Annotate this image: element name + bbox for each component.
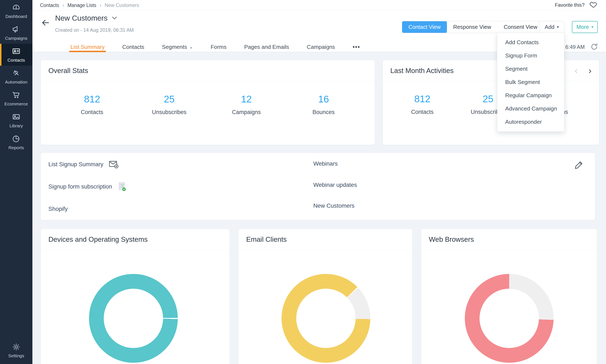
card-title: Devices and Operating Systems: [41, 229, 230, 250]
divider: [32, 11, 606, 11]
sidebar-item-library[interactable]: Library: [0, 109, 32, 131]
sidebar-item-settings[interactable]: Settings: [0, 340, 32, 361]
menu-item-advanced-campaign[interactable]: Advanced Campaign: [497, 102, 564, 115]
tab-segments[interactable]: Segments ⌄: [161, 42, 194, 52]
favorite-control[interactable]: Favorite this?: [555, 1, 597, 9]
tab-response-view[interactable]: Response View: [447, 21, 497, 33]
form-check-icon: [118, 182, 127, 192]
tab-label: Segments: [162, 42, 187, 52]
sidebar-item-label: Contacts: [8, 58, 25, 63]
item-label: List Signup Summary: [48, 161, 103, 168]
favorite-label[interactable]: Favorite this?: [555, 2, 584, 8]
email-clients-donut-chart: [282, 274, 370, 363]
tab-list-summary[interactable]: List Summary: [69, 42, 106, 52]
image-icon: [12, 112, 21, 121]
more-button[interactable]: More ▾: [572, 21, 598, 33]
tab-label: List Summary: [70, 42, 104, 52]
sidebar-item-ecommerce[interactable]: Ecommerce: [0, 88, 32, 109]
menu-item-autoresponder[interactable]: Autoresponder: [497, 115, 564, 129]
dashboard-gauge-icon: [12, 3, 21, 12]
menu-item-segment[interactable]: Segment: [497, 62, 564, 76]
tab-label: Contacts: [122, 42, 144, 52]
devices-os-card: Devices and Operating Systems: [41, 229, 230, 364]
signup-form-subscription-item[interactable]: Signup form subscription: [48, 182, 127, 191]
back-button[interactable]: [41, 18, 50, 27]
sidebar-item-dashboard[interactable]: Dashboard: [0, 0, 32, 22]
automation-icon: [12, 69, 21, 78]
web-browsers-card: Web Browsers: [421, 229, 597, 364]
caret-down-icon: ▾: [557, 25, 559, 29]
add-button[interactable]: Add ▾: [539, 21, 564, 33]
breadcrumb-separator: ›: [100, 2, 102, 8]
tab-label: Campaigns: [307, 42, 335, 52]
web-browsers-donut-chart: [465, 274, 554, 363]
stat-value: 12: [208, 93, 285, 105]
stat-bounces: 16 Bounces: [586, 93, 599, 115]
tab-consent-view[interactable]: Consent View: [497, 21, 544, 33]
breadcrumb-separator: ›: [63, 2, 64, 8]
item-label: New Customers: [313, 202, 355, 209]
stat-unsubscribes: 25 Unsubscribes: [131, 93, 208, 116]
list-signup-summary-item[interactable]: List Signup Summary: [48, 160, 119, 169]
mail-blocked-icon: [109, 160, 119, 169]
view-switcher: Contact View Response View Consent View: [402, 21, 544, 33]
menu-item-bulk-segment[interactable]: Bulk Segment: [497, 76, 564, 89]
chevron-down-icon[interactable]: [112, 16, 117, 20]
sidebar-item-label: Campaigns: [5, 36, 27, 41]
sidebar-item-automation[interactable]: Automation: [0, 66, 32, 88]
last-updated-time: 6:49 AM: [565, 44, 585, 50]
add-button-label: Add: [545, 24, 554, 30]
tabs-overflow-button[interactable]: •••: [351, 42, 361, 52]
sidebar-item-campaigns[interactable]: Campaigns: [0, 22, 32, 44]
stat-campaigns: 12 Campaigns: [208, 93, 285, 116]
title-block: New Customers Created on - 14 Aug 2019, …: [55, 14, 134, 33]
tab-contact-view[interactable]: Contact View: [402, 21, 447, 33]
breadcrumb-manage-lists[interactable]: Manage Lists: [67, 2, 96, 8]
sidebar-item-contacts[interactable]: Contacts: [0, 44, 32, 66]
stat-label: Bounces: [586, 109, 599, 115]
tab-pages-and-emails[interactable]: Pages and Emails: [243, 42, 290, 52]
breadcrumb-current: New Customers: [105, 2, 139, 8]
stat-value: 812: [53, 93, 131, 105]
list-item-webinars[interactable]: Webinars: [313, 159, 338, 168]
stat-contacts: 812 Contacts: [389, 93, 455, 115]
contact-card-icon: [12, 47, 21, 55]
last-month-activities-card: Last Month Activities ‹ › 812 Contacts 2…: [383, 60, 599, 145]
edit-pencil-icon[interactable]: [574, 160, 584, 170]
item-label: Signup form subscription: [48, 183, 112, 190]
created-on-label: Created on - 14 Aug 2019, 06:31 AM: [55, 27, 134, 33]
caret-down-icon: ▾: [592, 25, 593, 29]
shopify-item[interactable]: Shopify: [48, 204, 68, 214]
paginate-left-icon[interactable]: ‹: [575, 66, 578, 75]
tab-contacts[interactable]: Contacts: [121, 42, 146, 52]
menu-item-regular-campaign[interactable]: Regular Campaign: [497, 89, 564, 102]
tab-label: Pages and Emails: [244, 42, 289, 52]
stat-label: Campaigns: [208, 109, 285, 116]
signup-summary-card: List Signup Summary Signup form subscrip…: [41, 153, 595, 220]
sidebar-item-reports[interactable]: Reports: [0, 131, 32, 153]
refresh-icon[interactable]: [590, 42, 598, 51]
sidebar-item-label: Library: [10, 123, 23, 128]
stat-label: Bounces: [285, 109, 362, 116]
stat-label: Contacts: [53, 109, 131, 116]
stat-label: Contacts: [389, 109, 455, 115]
breadcrumb-contacts[interactable]: Contacts: [40, 2, 59, 8]
breadcrumb: Contacts › Manage Lists › New Customers: [40, 2, 139, 8]
stat-value: 16: [285, 93, 362, 105]
sidebar-item-label: Dashboard: [5, 14, 27, 19]
tab-forms[interactable]: Forms: [209, 42, 228, 52]
list-item-new-customers[interactable]: New Customers: [313, 201, 355, 210]
sidebar: Dashboard Campaigns Contacts Automation: [0, 0, 32, 364]
menu-item-signup-form[interactable]: Signup Form: [497, 49, 564, 62]
devices-os-donut-chart: [89, 274, 178, 363]
card-title: Last Month Activities: [390, 67, 454, 75]
sidebar-item-label: Reports: [8, 145, 24, 150]
list-item-webinar-updates[interactable]: Webinar updates: [313, 180, 357, 190]
sidebar-item-label: Ecommerce: [4, 101, 28, 106]
heart-icon[interactable]: [590, 1, 597, 9]
menu-item-add-contacts[interactable]: Add Contacts: [497, 36, 564, 49]
paginate-right-icon[interactable]: ›: [589, 66, 592, 75]
stat-value: 16: [586, 93, 599, 104]
item-label: Shopify: [48, 206, 68, 212]
tab-campaigns[interactable]: Campaigns: [306, 42, 336, 52]
